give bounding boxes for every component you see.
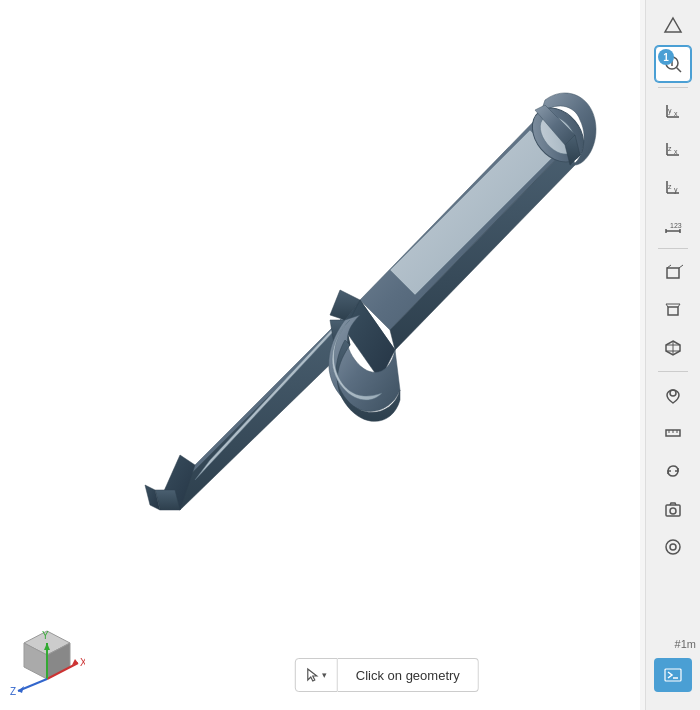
view-yx-button[interactable]: y x [655,93,691,129]
svg-text:y: y [674,186,678,194]
fit-all-button[interactable] [655,8,691,44]
svg-text:z: z [668,183,672,190]
svg-marker-29 [665,18,681,32]
click-geometry-button[interactable]: Click on geometry [338,658,479,692]
location-button[interactable] [655,377,691,413]
svg-text:Z: Z [10,686,16,697]
svg-text:x: x [674,110,678,117]
svg-rect-52 [668,307,678,315]
rotate-button[interactable] [655,453,691,489]
dimension-button[interactable]: 123 [655,207,691,243]
axis-indicator: X Y Z [10,623,85,698]
svg-marker-7 [175,320,350,510]
geometry-area [0,0,640,710]
svg-point-66 [670,508,676,514]
toolbar-divider-1 [658,87,688,88]
svg-text:123: 123 [670,222,682,229]
terminal-button[interactable] [654,658,692,692]
svg-text:x: x [674,148,678,155]
cursor-dropdown-arrow: ▾ [322,670,327,680]
svg-marker-9 [195,310,350,480]
svg-rect-49 [667,268,679,278]
svg-text:z: z [668,145,672,152]
svg-text:y: y [668,107,672,115]
measure-button[interactable] [655,415,691,451]
svg-point-68 [670,544,676,550]
view-zx-button[interactable]: z x [655,131,691,167]
right-toolbar: 1 y x z x z y [645,0,700,710]
svg-point-67 [666,540,680,554]
orthographic-button[interactable] [655,254,691,290]
svg-line-31 [677,68,682,73]
svg-text:X: X [80,657,85,668]
settings-button[interactable] [655,529,691,565]
scale-label: #1m [675,638,696,650]
snapshot-button[interactable] [655,491,691,527]
svg-line-51 [679,265,683,268]
perspective-button[interactable] [655,292,691,328]
toolbar-divider-3 [658,371,688,372]
view-zy-button[interactable]: z y [655,169,691,205]
box-view-button[interactable] [655,330,691,366]
toolbar-divider-2 [658,248,688,249]
bottom-toolbar: ▾ Click on geometry [295,658,479,692]
svg-text:Y: Y [42,630,49,641]
zoom-fit-button[interactable]: 1 [655,46,691,82]
main-viewport: X Y Z [0,0,640,710]
cursor-button[interactable]: ▾ [295,658,338,692]
badge-number: 1 [658,49,674,65]
